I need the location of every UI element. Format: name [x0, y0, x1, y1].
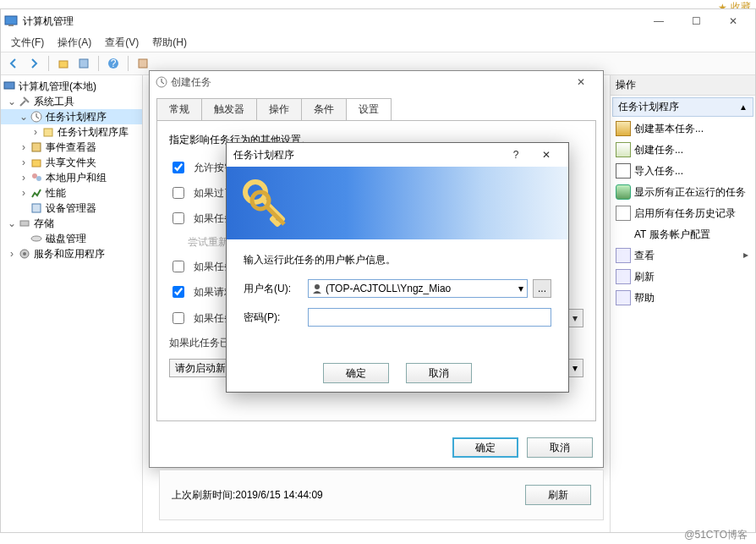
tools-icon: [18, 95, 31, 108]
tree-perf[interactable]: 性能: [46, 186, 66, 201]
tab-actions[interactable]: 操作: [256, 98, 302, 120]
cred-title: 任务计划程序: [233, 148, 294, 162]
action-create-basic[interactable]: 创建基本任务...: [611, 118, 755, 140]
menu-view[interactable]: 查看(V): [100, 34, 144, 52]
menu-action[interactable]: 操作(A): [52, 34, 96, 52]
svg-rect-6: [139, 59, 147, 68]
action-view[interactable]: 查看: [611, 245, 755, 267]
create-cancel-button[interactable]: 取消: [527, 437, 593, 458]
svg-point-12: [32, 173, 37, 179]
svg-rect-9: [44, 129, 52, 136]
chk-if-running[interactable]: [173, 261, 184, 272]
up-button[interactable]: [54, 54, 73, 73]
last-refresh-label: 上次刷新时间:: [172, 488, 235, 503]
tree-services[interactable]: 服务和应用程序: [34, 247, 105, 261]
clock-icon: [30, 110, 43, 124]
properties-button[interactable]: [74, 54, 93, 73]
expand-icon[interactable]: ›: [18, 187, 30, 199]
tree-diskmgr[interactable]: 磁盘管理: [46, 232, 86, 246]
tree-eventviewer[interactable]: 事件查看器: [46, 140, 96, 155]
tree-scheduler[interactable]: 任务计划程序: [46, 110, 107, 124]
expand-icon[interactable]: ›: [18, 157, 30, 168]
back-button[interactable]: [4, 54, 23, 73]
dialog-title: 创建任务: [171, 75, 211, 90]
forward-button[interactable]: [25, 54, 43, 73]
chk-if-no[interactable]: [173, 312, 184, 324]
tree-shared[interactable]: 共享文件夹: [46, 156, 96, 170]
tree-systools[interactable]: 系统工具: [34, 95, 74, 109]
expand-icon[interactable]: ›: [6, 248, 18, 260]
tab-settings[interactable]: 设置: [346, 98, 392, 120]
expand-icon[interactable]: ⌄: [18, 111, 30, 123]
cred-close-button[interactable]: ✕: [531, 145, 562, 165]
separator: [128, 56, 129, 71]
tree-root[interactable]: 计算机管理(本地): [19, 80, 96, 94]
help-button[interactable]: ?: [104, 54, 123, 73]
tree-localusers[interactable]: 本地用户和组: [46, 171, 107, 185]
actions-pane: 操作 任务计划程序 ▲ 创建基本任务... 创建任务... 导入任务... 显示…: [610, 75, 755, 532]
app-icon: [4, 14, 18, 28]
expand-icon[interactable]: ›: [18, 172, 30, 184]
action-refresh[interactable]: 刷新: [611, 267, 755, 288]
tab-triggers[interactable]: 触发器: [201, 98, 257, 120]
expand-icon[interactable]: ›: [18, 141, 30, 153]
svg-rect-2: [59, 61, 68, 68]
menu-file[interactable]: 文件(F): [6, 34, 49, 52]
tree-schedlib[interactable]: 任务计划程序库: [58, 125, 129, 140]
cred-banner: [227, 167, 568, 239]
action-import[interactable]: 导入任务...: [611, 161, 755, 182]
chk-if-missed[interactable]: [173, 187, 184, 199]
chk-allow-ondemand[interactable]: [173, 162, 184, 173]
library-icon: [41, 125, 55, 139]
menubar: 文件(F) 操作(A) 查看(V) 帮助(H): [1, 33, 755, 52]
tab-conditions[interactable]: 条件: [301, 98, 347, 120]
titlebar: 计算机管理 — ☐ ✕: [1, 9, 755, 33]
action-create-task[interactable]: 创建任务...: [611, 140, 755, 161]
pass-label: 密码(P):: [244, 310, 308, 325]
cred-cancel-button[interactable]: 取消: [406, 363, 472, 383]
cred-ok-button[interactable]: 确定: [323, 363, 389, 383]
expand-icon[interactable]: ›: [30, 126, 41, 138]
chk-if-request[interactable]: [173, 286, 184, 298]
users-icon: [30, 171, 43, 184]
action-at-service[interactable]: AT 服务帐户配置: [611, 224, 755, 245]
actions-header: 操作: [611, 75, 755, 96]
svg-point-18: [23, 252, 26, 256]
separator: [98, 56, 99, 71]
disk-icon: [30, 232, 43, 245]
tab-general[interactable]: 常规: [156, 98, 202, 120]
storage-icon: [18, 217, 31, 230]
action-help[interactable]: 帮助: [611, 288, 755, 309]
user-browse-button[interactable]: ...: [533, 279, 551, 298]
expand-icon[interactable]: ⌄: [6, 217, 18, 229]
svg-text:?: ?: [111, 58, 117, 69]
cred-instruction: 输入运行此任务的用户帐户信息。: [244, 253, 551, 267]
clock-icon: [155, 75, 168, 89]
dialog-titlebar: 创建任务 ✕: [150, 71, 603, 93]
close-button[interactable]: ✕: [715, 9, 752, 33]
action-enable-history[interactable]: 启用所有任务历史记录: [611, 203, 755, 224]
svg-rect-0: [5, 16, 17, 25]
expand-icon[interactable]: ⌄: [6, 96, 18, 107]
actions-group[interactable]: 任务计划程序 ▲: [612, 97, 753, 117]
minimize-button[interactable]: —: [640, 9, 677, 33]
password-input[interactable]: [308, 308, 551, 327]
create-ok-button[interactable]: 确定: [452, 437, 518, 458]
info-refresh-button[interactable]: 刷新: [525, 485, 591, 505]
perf-icon: [30, 186, 43, 200]
cred-help-button[interactable]: ?: [501, 145, 531, 165]
dialog-close-button[interactable]: ✕: [564, 72, 598, 92]
folder-icon: [30, 156, 43, 169]
svg-rect-10: [32, 143, 41, 151]
tree-storage[interactable]: 存储: [34, 217, 54, 231]
user-icon: [312, 283, 322, 294]
svg-rect-14: [32, 204, 41, 212]
menu-help[interactable]: 帮助(H): [147, 34, 192, 52]
chk-if-fail[interactable]: [173, 212, 184, 224]
action-show-running[interactable]: 显示所有正在运行的任务: [611, 182, 755, 203]
user-combobox[interactable]: (TOP-ACJTOLL\Yngz_Miao ▾: [308, 279, 528, 298]
tree-devmgr[interactable]: 设备管理器: [46, 201, 96, 216]
nav-tree[interactable]: 计算机管理(本地) ⌄ 系统工具 ⌄ 任务计划程序 › 任务计划程序库 › 事件…: [1, 75, 143, 532]
maximize-button[interactable]: ☐: [677, 9, 715, 33]
dialog-tabs: 常规 触发器 操作 条件 设置: [150, 93, 603, 120]
